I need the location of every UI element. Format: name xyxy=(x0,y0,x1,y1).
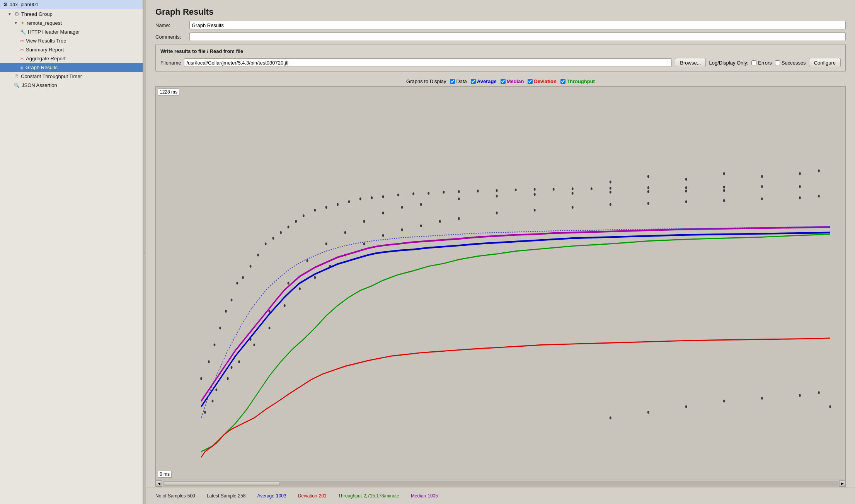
svg-point-41 xyxy=(799,185,801,188)
sidebar-item-aggregate-report[interactable]: ✂ Aggregate Report xyxy=(0,54,143,63)
svg-point-72 xyxy=(238,360,240,363)
svg-point-23 xyxy=(382,195,384,198)
timer-icon: ⏱ xyxy=(14,73,19,79)
data-checkbox[interactable] xyxy=(450,79,455,84)
remote-request-icon: ✦ xyxy=(20,20,25,26)
sidebar-item-summary-report[interactable]: ✂ Summary Report xyxy=(0,45,143,54)
summary-report-label: Summary Report xyxy=(26,47,64,53)
svg-point-47 xyxy=(307,259,308,262)
svg-point-91 xyxy=(685,200,687,203)
successes-checkbox[interactable] xyxy=(775,60,780,65)
svg-point-75 xyxy=(284,304,286,307)
svg-point-15 xyxy=(295,220,297,223)
svg-point-73 xyxy=(253,344,255,346)
svg-point-35 xyxy=(591,187,593,190)
average-status-label: Average xyxy=(257,493,274,499)
sidebar-item-graph-results[interactable]: ◈ Graph Results xyxy=(0,63,143,72)
median-status-value: 1005 xyxy=(428,493,438,499)
median-checkbox[interactable] xyxy=(501,79,506,84)
scroll-track[interactable] xyxy=(163,481,838,486)
svg-point-39 xyxy=(723,186,725,188)
svg-point-32 xyxy=(534,188,536,191)
deviation-status-label: Deviation xyxy=(298,493,317,499)
average-status-value: 1003 xyxy=(276,493,286,499)
filename-input[interactable] xyxy=(184,58,672,67)
configure-button[interactable]: Configure xyxy=(809,58,841,67)
svg-point-100 xyxy=(761,397,763,400)
constant-throughput-timer-label: Constant Throughput Timer xyxy=(21,73,82,79)
scroll-left-arrow[interactable]: ◀ xyxy=(156,480,162,487)
scroll-right-arrow[interactable]: ▶ xyxy=(839,480,845,487)
svg-point-88 xyxy=(572,206,574,209)
average-checkbox-item: Average xyxy=(471,78,497,84)
scroll-thumb[interactable] xyxy=(164,482,280,485)
successes-group: Successes xyxy=(775,60,806,66)
svg-point-103 xyxy=(829,405,831,408)
deviation-item: Deviation 201 xyxy=(298,493,327,499)
svg-point-36 xyxy=(610,187,611,189)
deviation-checkbox[interactable] xyxy=(528,79,533,84)
sidebar-item-constant-throughput-timer[interactable]: ⏱ Constant Throughput Timer xyxy=(0,72,143,81)
svg-point-17 xyxy=(314,209,316,211)
wrench-icon: 🔧 xyxy=(20,29,26,35)
svg-point-85 xyxy=(458,217,460,220)
errors-label: Errors xyxy=(758,60,772,66)
sidebar-item-http-header-manager[interactable]: 🔧 HTTP Header Manager xyxy=(0,27,143,36)
svg-point-40 xyxy=(761,185,763,188)
status-bar: No of Samples 500 Latest Sample 258 Aver… xyxy=(146,487,855,504)
svg-point-16 xyxy=(303,215,305,217)
deviation-checkbox-item: Deviation xyxy=(528,78,557,84)
throughput-label: Throughput xyxy=(567,78,595,84)
aggregate-report-icon: ✂ xyxy=(20,56,24,61)
throughput-checkbox[interactable] xyxy=(560,79,565,84)
svg-point-69 xyxy=(204,411,206,414)
successes-label: Successes xyxy=(782,60,806,66)
aggregate-report-label: Aggregate Report xyxy=(26,56,66,61)
svg-point-93 xyxy=(761,198,763,200)
sidebar-item-json-assertion[interactable]: 🔍 JSON Assertion xyxy=(0,81,143,90)
sidebar-item-thread-group[interactable]: ▼ ⚙ Thread Group xyxy=(0,9,143,19)
svg-point-14 xyxy=(288,226,290,228)
throughput-status-label: Throughput xyxy=(338,493,362,499)
sidebar-header[interactable]: ⚙ adx_plan001 xyxy=(0,0,143,9)
svg-point-80 xyxy=(363,242,365,245)
browse-button[interactable]: Browse... xyxy=(675,58,706,67)
scroll-bar[interactable]: ◀ ▶ xyxy=(156,480,845,487)
median-checkbox-item: Median xyxy=(501,78,524,84)
svg-point-8 xyxy=(242,276,244,279)
average-checkbox[interactable] xyxy=(471,79,476,84)
svg-point-4 xyxy=(219,327,221,329)
median-label: Median xyxy=(507,78,524,84)
sidebar-item-view-results-tree[interactable]: ✂ View Results Tree xyxy=(0,36,143,45)
svg-point-43 xyxy=(231,366,233,369)
svg-point-24 xyxy=(397,194,399,196)
svg-point-82 xyxy=(401,228,403,231)
svg-point-74 xyxy=(269,327,271,329)
sidebar-divider[interactable]: ⋮ xyxy=(143,0,146,504)
triangle-icon-remote: ▼ xyxy=(14,21,18,25)
comments-input[interactable] xyxy=(189,32,846,41)
svg-point-19 xyxy=(337,203,339,206)
average-label: Average xyxy=(477,78,497,84)
summary-report-icon: ✂ xyxy=(20,47,24,53)
graph-results-label: Graph Results xyxy=(26,65,58,70)
svg-point-89 xyxy=(610,203,611,206)
main-content: Graph Results Name: Comments: Write resu… xyxy=(146,0,855,504)
svg-point-3 xyxy=(213,344,215,346)
svg-point-63 xyxy=(647,175,649,178)
write-results-section: Write results to file / Read from file F… xyxy=(155,44,846,72)
svg-point-5 xyxy=(225,310,227,313)
graph-container: 1228 ms 0 ms xyxy=(155,86,846,487)
svg-point-59 xyxy=(647,190,649,193)
svg-point-65 xyxy=(723,172,725,175)
name-input[interactable] xyxy=(189,21,846,29)
errors-checkbox[interactable] xyxy=(751,60,756,65)
svg-point-1 xyxy=(200,377,202,380)
svg-point-76 xyxy=(299,287,301,290)
svg-point-67 xyxy=(799,172,801,175)
svg-point-20 xyxy=(348,200,350,203)
graph-results-icon: ◈ xyxy=(20,65,24,70)
svg-point-83 xyxy=(420,225,422,227)
sidebar-item-remote-request[interactable]: ▼ ✦ remote_request xyxy=(0,19,143,27)
remote-request-label: remote_request xyxy=(27,20,62,26)
